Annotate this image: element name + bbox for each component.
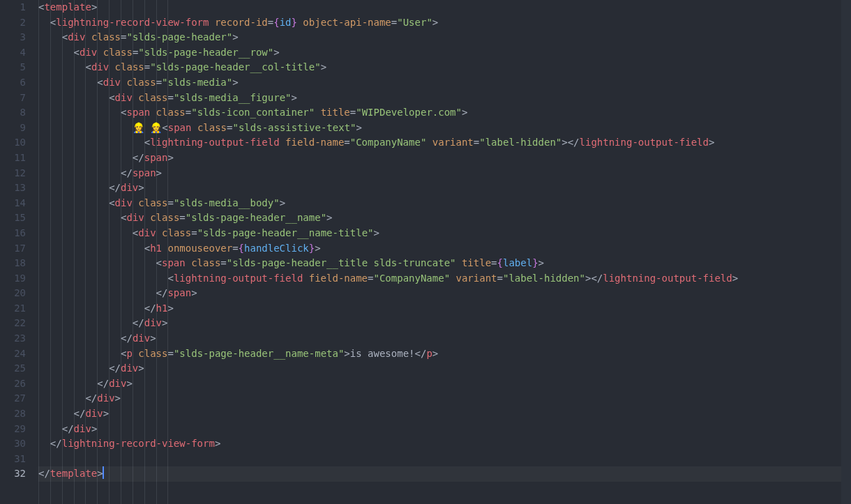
line-number: 15: [0, 211, 26, 226]
token-pun: <: [109, 92, 114, 103]
code-line[interactable]: </div>: [38, 406, 841, 422]
code-line[interactable]: <p class="slds-page-header__name-meta">i…: [38, 346, 841, 362]
token-emoji: 👷‍♀️ 👷‍♀️: [133, 122, 162, 133]
line-number-gutter: 1234567891011121314151617181920212223242…: [0, 0, 38, 504]
code-line[interactable]: 👷‍♀️ 👷‍♀️<span class="slds-assistive-tex…: [38, 121, 841, 136]
token-str: "WIPDeveloper.com": [356, 107, 462, 118]
code-line[interactable]: </lightning-record-view-form>: [38, 436, 841, 452]
token-pun: >: [462, 107, 467, 118]
token-pun: >: [321, 61, 326, 72]
token-tag: h1: [156, 303, 168, 314]
minimap[interactable]: [841, 0, 851, 504]
token-txt: [156, 227, 162, 238]
token-attr: field-name: [285, 137, 344, 148]
token-pun: >: [315, 243, 320, 254]
code-line[interactable]: </div>: [38, 376, 841, 392]
code-line[interactable]: <template>: [38, 0, 841, 15]
token-pun: >: [138, 362, 144, 374]
line-number: 31: [0, 452, 26, 467]
code-line[interactable]: <div class="slds-page-header__row">: [38, 45, 841, 61]
code-line[interactable]: <div class="slds-media__body">: [38, 196, 841, 211]
token-str: "slds-assistive-text": [232, 122, 356, 133]
code-line[interactable]: </div>: [38, 331, 841, 346]
token-pun: >: [103, 408, 109, 419]
code-line[interactable]: <span class="slds-icon_container" title=…: [38, 105, 841, 121]
code-line[interactable]: <h1 onmouseover={handleClick}>: [38, 241, 841, 257]
token-pun: </: [121, 333, 133, 344]
token-pun: >: [326, 212, 332, 223]
line-number: 7: [0, 91, 26, 106]
token-attr: class: [103, 47, 133, 58]
token-str: "slds-page-header__name-title": [197, 227, 374, 238]
token-attr: variant: [432, 137, 474, 148]
code-line[interactable]: <lightning-record-view-form record-id={i…: [38, 15, 841, 31]
code-area[interactable]: <template> <lightning-record-view-form r…: [38, 0, 841, 504]
token-pun: =: [167, 92, 173, 103]
token-pun: <: [85, 61, 91, 72]
code-line[interactable]: <div class="slds-page-header__col-title"…: [38, 60, 841, 75]
token-pun: >: [91, 423, 97, 434]
code-line[interactable]: </span>: [38, 151, 841, 166]
token-pun: =: [344, 137, 349, 148]
token-pun: =: [186, 107, 191, 118]
line-number: 1: [0, 0, 26, 15]
token-txt: [303, 273, 308, 284]
token-pun: =: [232, 243, 238, 254]
token-pun: >: [232, 31, 238, 43]
code-line[interactable]: </div>: [38, 181, 841, 196]
code-line[interactable]: </span>: [38, 286, 841, 301]
token-str: "slds-page-header__title slds-truncate": [227, 257, 456, 268]
token-tag: div: [109, 378, 126, 389]
code-line[interactable]: <div class="slds-page-header__name">: [38, 211, 841, 226]
token-tag: lightning-output-field: [150, 137, 279, 148]
code-line[interactable]: </div>: [38, 361, 841, 376]
token-str: "slds-page-header__col-title": [150, 61, 320, 72]
code-line[interactable]: <span class="slds-page-header__title sld…: [38, 256, 841, 271]
token-pun: <: [62, 31, 68, 43]
token-brace: {: [239, 243, 244, 254]
token-txt: [85, 31, 91, 43]
code-line[interactable]: <lightning-output-field field-name="Comp…: [38, 271, 841, 287]
token-brace: }: [532, 257, 538, 268]
token-txt: [150, 107, 156, 118]
code-line[interactable]: </div>: [38, 422, 841, 437]
line-number: 3: [0, 30, 26, 45]
line-number: 12: [0, 166, 26, 181]
code-line[interactable]: </template>: [38, 466, 841, 482]
token-str: "slds-page-header__row": [138, 47, 273, 58]
token-pun: >: [156, 167, 162, 178]
token-pun: >: [215, 438, 220, 449]
code-line[interactable]: </span>: [38, 166, 841, 181]
token-pun: >: [432, 17, 438, 28]
token-tag: div: [115, 92, 133, 103]
token-pun: </: [97, 378, 109, 389]
token-tag: div: [91, 61, 109, 72]
token-txt: [109, 61, 114, 72]
token-pun: >: [374, 227, 379, 238]
token-tag: p: [126, 348, 132, 359]
code-line[interactable]: <div class="slds-page-header__name-title…: [38, 226, 841, 241]
token-pun: >: [150, 333, 156, 344]
token-str: "slds-icon_container": [191, 107, 315, 118]
code-line[interactable]: </h1>: [38, 301, 841, 316]
token-pun: </: [85, 392, 97, 404]
token-pun: >: [91, 1, 97, 13]
code-line[interactable]: [38, 452, 841, 467]
token-pun: </: [109, 182, 121, 193]
token-pun: <: [74, 47, 80, 58]
token-str: "CompanyName": [373, 273, 450, 284]
code-line[interactable]: <div class="slds-page-header">: [38, 30, 841, 45]
token-txt: [315, 107, 320, 118]
code-line[interactable]: </div>: [38, 316, 841, 331]
token-tag: lightning-record-view-form: [62, 438, 215, 449]
line-number: 23: [0, 331, 26, 346]
code-line[interactable]: <lightning-output-field field-name="Comp…: [38, 135, 841, 151]
token-tag: div: [121, 362, 138, 374]
code-line[interactable]: </div>: [38, 391, 841, 406]
code-line[interactable]: <div class="slds-media__figure">: [38, 91, 841, 106]
token-txt: [280, 137, 285, 148]
code-line[interactable]: <div class="slds-media">: [38, 75, 841, 91]
line-number: 22: [0, 316, 26, 331]
code-editor[interactable]: 1234567891011121314151617181920212223242…: [0, 0, 851, 504]
token-attr: class: [150, 212, 179, 223]
